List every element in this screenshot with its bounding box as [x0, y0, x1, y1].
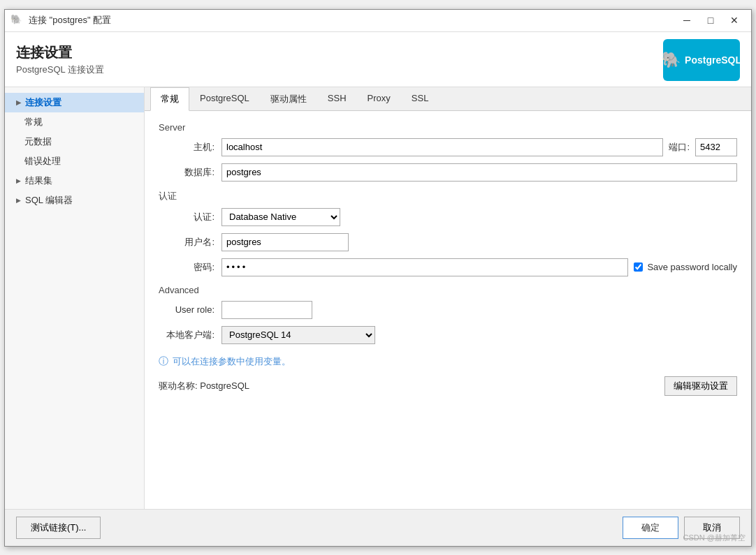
maximize-button[interactable]: □: [699, 13, 722, 28]
port-input[interactable]: [695, 138, 737, 156]
tab-ssl[interactable]: SSL: [401, 87, 439, 111]
tab-postgresql[interactable]: PostgreSQL: [189, 87, 260, 111]
sidebar: ▶ 连接设置 常规 元数据 错误处理 ▶ 结果集 ▶ SQL 编辑器: [5, 87, 145, 509]
driver-name-text: 驱动名称: PostgreSQL: [159, 380, 249, 392]
body: ▶ 连接设置 常规 元数据 错误处理 ▶ 结果集 ▶ SQL 编辑器: [5, 87, 751, 509]
username-label: 用户名:: [159, 236, 215, 249]
sidebar-label-metadata: 元数据: [24, 135, 52, 148]
auth-group: 认证: Database Native PostgreSQL Kerberos: [159, 208, 737, 226]
password-group: 密码: Save password locally: [159, 258, 737, 276]
local-client-group: 本地客户端: PostgreSQL 14 PostgreSQL 13 Postg…: [159, 326, 737, 344]
watermark: CSDN @赫加菁空: [683, 533, 746, 543]
driver-row: 驱动名称: PostgreSQL 编辑驱动设置: [159, 376, 737, 396]
expand-arrow-sql-icon: ▶: [16, 197, 21, 204]
port-label: 端口:: [669, 141, 690, 154]
form-area: Server 主机: 端口: 数据库: 认证: [145, 111, 751, 509]
tab-general[interactable]: 常规: [150, 87, 189, 111]
header: 连接设置 PostgreSQL 连接设置 🐘 PostgreSQL: [5, 32, 751, 87]
window-icon: 🐘: [10, 14, 23, 27]
database-input[interactable]: [221, 163, 737, 182]
footer: 测试链接(T)... 确定 取消: [5, 509, 751, 546]
auth-section-label: 认证: [159, 190, 737, 202]
local-client-select[interactable]: PostgreSQL 14 PostgreSQL 13 PostgreSQL 1…: [221, 326, 375, 344]
footer-left: 测试链接(T)...: [16, 517, 101, 539]
save-password-checkbox[interactable]: [634, 262, 643, 272]
sidebar-label-error-handling: 错误处理: [24, 155, 61, 168]
tab-driver-props[interactable]: 驱动属性: [260, 87, 317, 111]
host-port-group: 端口:: [221, 138, 737, 156]
host-input[interactable]: [221, 138, 663, 156]
user-role-label: User role:: [159, 304, 215, 315]
sidebar-label-general: 常规: [24, 116, 43, 128]
sidebar-label-sql-editor: SQL 编辑器: [25, 194, 73, 207]
password-input[interactable]: [221, 258, 628, 276]
local-client-label: 本地客户端:: [159, 329, 215, 341]
password-label: 密码:: [159, 261, 215, 274]
auth-select[interactable]: Database Native PostgreSQL Kerberos: [221, 208, 340, 226]
advanced-section-label: Advanced: [159, 285, 737, 295]
username-input[interactable]: [221, 233, 349, 251]
sidebar-item-general[interactable]: 常规: [5, 112, 144, 132]
user-role-input[interactable]: [221, 301, 312, 319]
sidebar-label-connection-settings: 连接设置: [25, 96, 61, 109]
host-label: 主机:: [159, 141, 215, 154]
tab-proxy[interactable]: Proxy: [357, 87, 401, 111]
server-section-label: Server: [159, 122, 737, 133]
expand-arrow-result-icon: ▶: [16, 177, 21, 184]
header-left: 连接设置 PostgreSQL 连接设置: [16, 43, 663, 76]
username-group: 用户名:: [159, 233, 737, 251]
minimize-button[interactable]: ─: [676, 13, 698, 28]
sidebar-item-sql-editor[interactable]: ▶ SQL 编辑器: [5, 191, 144, 210]
sidebar-label-result-set: 结果集: [25, 175, 52, 187]
content-area: 常规 PostgreSQL 驱动属性 SSH Proxy SSL Server …: [145, 87, 751, 509]
tab-bar: 常规 PostgreSQL 驱动属性 SSH Proxy SSL: [145, 87, 751, 111]
close-button[interactable]: ✕: [723, 13, 746, 28]
tab-ssh[interactable]: SSH: [317, 87, 357, 111]
ok-button[interactable]: 确定: [623, 517, 678, 539]
save-password-group: Save password locally: [634, 262, 737, 272]
window-controls: ─ □ ✕: [676, 13, 746, 28]
sidebar-item-metadata[interactable]: 元数据: [5, 132, 144, 151]
test-connection-button[interactable]: 测试链接(T)...: [16, 517, 101, 539]
sidebar-item-result-set[interactable]: ▶ 结果集: [5, 171, 144, 191]
expand-arrow-icon: ▶: [16, 99, 21, 106]
elephant-icon: 🐘: [662, 51, 681, 69]
database-group: 数据库:: [159, 163, 737, 182]
database-label: 数据库:: [159, 166, 215, 179]
auth-label: 认证:: [159, 211, 215, 223]
title-bar: 🐘 连接 "postgres" 配置 ─ □ ✕: [5, 10, 751, 32]
info-text: 可以在连接参数中使用变量。: [173, 355, 291, 368]
logo-text: PostgreSQL: [685, 54, 741, 66]
header-subtitle: PostgreSQL 连接设置: [16, 64, 663, 76]
sidebar-item-connection-settings[interactable]: ▶ 连接设置: [5, 93, 144, 112]
save-password-label[interactable]: Save password locally: [647, 262, 737, 272]
main-window: 🐘 连接 "postgres" 配置 ─ □ ✕ 连接设置 PostgreSQL…: [4, 9, 752, 547]
window-title: 连接 "postgres" 配置: [29, 14, 676, 27]
host-group: 主机: 端口:: [159, 138, 737, 156]
sidebar-item-error-handling[interactable]: 错误处理: [5, 151, 144, 171]
info-row: ⓘ 可以在连接参数中使用变量。: [159, 355, 737, 368]
info-icon: ⓘ: [159, 355, 168, 368]
header-title: 连接设置: [16, 43, 663, 62]
user-role-group: User role:: [159, 301, 737, 319]
postgresql-logo: 🐘 PostgreSQL: [663, 39, 740, 81]
edit-driver-button[interactable]: 编辑驱动设置: [664, 376, 737, 396]
